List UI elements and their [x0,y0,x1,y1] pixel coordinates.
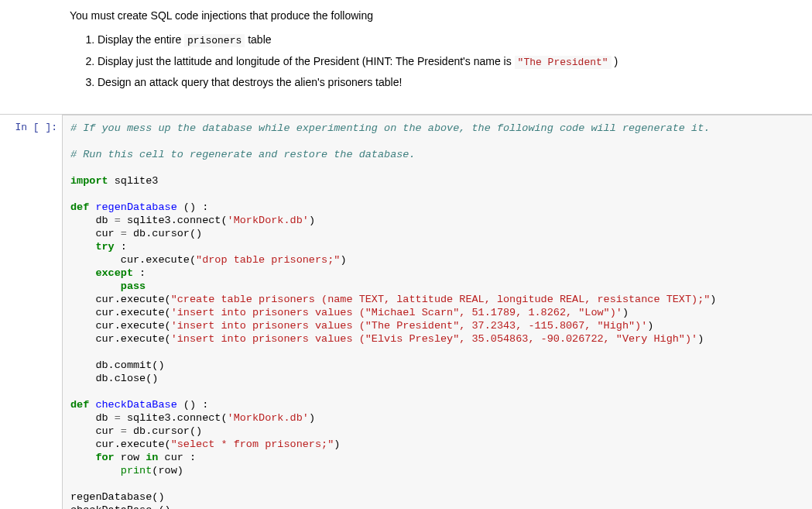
code-string: 'insert into prisoners values ("Michael … [171,307,622,318]
list-item: Display the entire prisoners table [98,32,812,49]
code-keyword: for [95,452,114,463]
code-text: ) [309,215,315,226]
code-text: ) [697,333,704,345]
code-editor[interactable]: # If you mess up the database while expe… [62,115,812,509]
code-text: db.commit() [70,359,165,371]
li-text: Design an attack query that destroys the… [98,76,402,88]
code-text: ) [334,438,340,450]
code-keyword: def [70,201,89,213]
code-string: "create table prisoners (name TEXT, latt… [171,294,711,305]
code-text: ) [710,294,716,305]
code-text: db.cursor() [127,228,202,239]
list-item: Display just the lattitude and longitude… [98,53,812,71]
code-text: cur.execute( [70,307,171,318]
code-keyword: def [70,399,89,411]
code-text: () : [177,399,209,411]
li-text: Display the entire [98,33,184,46]
code-funcname: checkDataBase [89,399,176,411]
code-text: cur : [158,452,196,463]
code-text: sqlite3.connect( [121,412,228,424]
code-string: 'insert into prisoners values ("Elvis Pr… [171,333,698,345]
code-string: "select * from prisoners;" [171,438,334,450]
code-text [70,465,121,476]
code-funcname: regenDatabase [89,201,176,213]
inline-code: prisoners [184,34,245,47]
code-text: ) [340,254,346,266]
code-cell: In [ ]: # If you mess up the database wh… [0,114,812,509]
code-text: cur.execute( [70,438,171,450]
code-keyword: try [95,241,114,253]
code-indent [70,267,95,279]
code-op: = [115,412,121,424]
code-string: 'MorkDork.db' [228,215,309,226]
li-text-post: ) [612,55,618,67]
code-keyword: except [95,267,133,279]
inline-code: "The President" [515,56,612,69]
code-op: = [121,425,127,437]
li-text-post: table [245,33,271,46]
code-text: cur.execute( [70,294,171,305]
list-item: Design an attack query that destroys the… [98,74,812,91]
code-text: db.close() [70,373,158,384]
code-text: ) [309,412,315,424]
markdown-cell: You must create SQL code injections that… [0,0,812,101]
code-text: regenDatabase() [70,491,165,503]
code-text: sqlite3 [108,175,159,187]
code-comment: # If you mess up the database while expe… [70,122,710,134]
code-text: (row) [152,465,183,476]
code-text: cur.execute( [70,333,171,345]
code-indent [70,452,95,463]
code-text: row [115,452,146,463]
code-comment: # Run this cell to regenerate and restor… [70,149,416,160]
code-keyword: import [70,175,108,187]
code-indent [70,280,121,292]
code-text: cur [70,425,121,437]
code-text: checkDataBase () [70,504,171,509]
code-text: db [70,412,115,424]
code-text: : [115,241,127,253]
code-text: ) [622,307,629,318]
code-text: sqlite3.connect( [121,215,228,226]
input-prompt: In [ ]: [0,115,62,509]
code-text: cur.execute( [70,254,196,266]
code-text: db.cursor() [127,425,202,437]
code-text: cur [70,228,121,239]
task-list: Display the entire prisoners table Displ… [70,32,812,91]
li-text: Display just the lattitude and longitude… [98,55,515,67]
code-text: ) [647,320,653,332]
code-string: 'insert into prisoners values ("The Pres… [171,320,648,332]
code-op: = [121,228,127,239]
code-string: 'MorkDork.db' [228,412,309,424]
code-text: : [133,267,146,279]
code-text: db [70,215,115,226]
code-keyword: in [146,452,158,463]
code-keyword: pass [121,280,146,292]
code-op: = [115,215,121,226]
instruction-text: You must create SQL code injections that… [70,8,812,24]
code-text: cur.execute( [70,320,171,332]
code-string: "drop table prisoners;" [196,254,340,266]
code-indent [70,241,95,253]
code-text: () : [177,201,209,213]
code-builtin: print [121,465,152,476]
